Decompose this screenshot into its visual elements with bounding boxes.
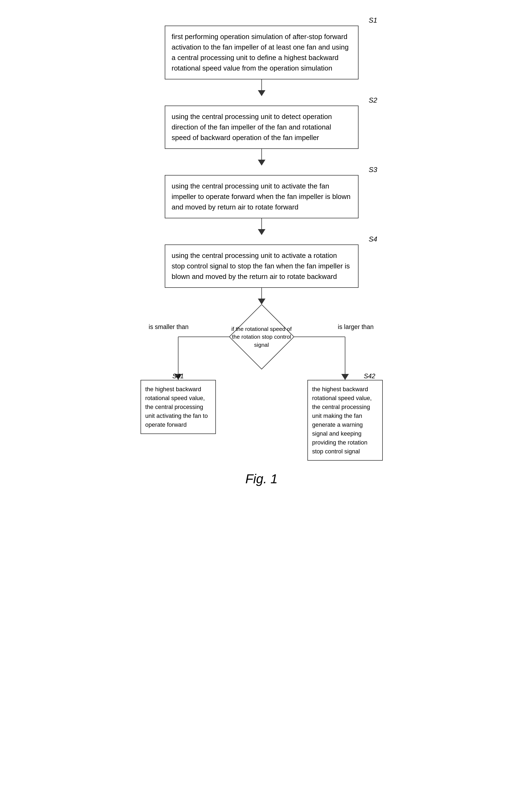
step-box-s4: using the central processing unit to act…: [165, 245, 359, 288]
flowchart: S1 first performing operation simulation…: [141, 16, 383, 486]
step-label-s41: S41: [172, 372, 184, 380]
step-box-s2: using the central processing unit to det…: [165, 106, 359, 149]
step-label-s42: S42: [364, 372, 376, 380]
arrow-4: [258, 288, 265, 305]
decision-section: if the rotational speed of the rotation …: [141, 305, 383, 455]
arrow-2: [258, 149, 265, 166]
svg-marker-6: [341, 374, 349, 380]
step-box-s1: first performing operation simulation of…: [165, 25, 359, 79]
step-box-s41: the highest backward rotational speed va…: [141, 380, 216, 434]
diamond-text-wrapper: if the rotational speed of the rotation …: [229, 305, 294, 369]
figure-label: Fig. 1: [245, 471, 277, 486]
step-box-s42: the highest backward rotational speed va…: [307, 380, 383, 461]
arrow-1: [258, 79, 265, 96]
step-label-s2: S2: [369, 96, 377, 105]
step-label-s4: S4: [369, 235, 377, 243]
arrow-3: [258, 218, 265, 235]
left-branch-label: is smaller than: [149, 323, 189, 331]
step-box-s3: using the central processing unit to act…: [165, 175, 359, 218]
step-label-s3: S3: [369, 166, 377, 174]
right-branch-label: is larger than: [334, 323, 377, 331]
diamond-text: if the rotational speed of the rotation …: [229, 325, 294, 349]
step-label-s1: S1: [369, 16, 377, 24]
